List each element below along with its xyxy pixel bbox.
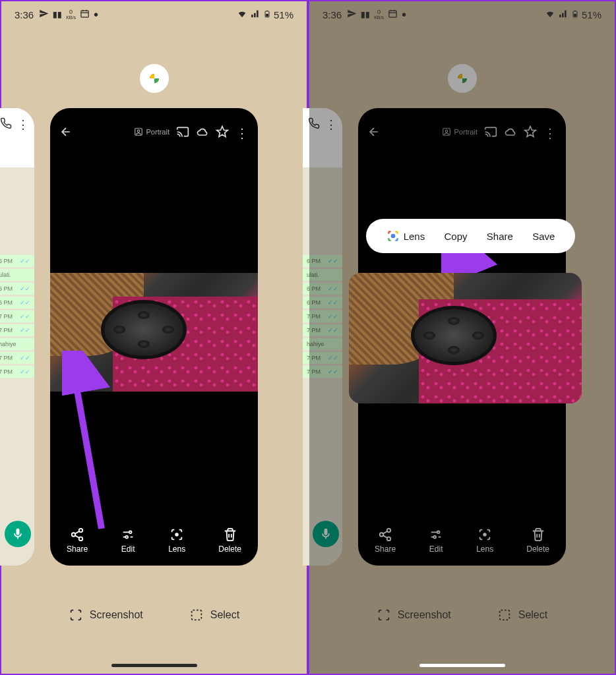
- msg-row: 7 PM✓✓: [0, 352, 34, 364]
- nav-bar[interactable]: [419, 664, 505, 667]
- msg-row: 7 PM✓✓: [0, 366, 34, 378]
- svg-rect-2: [266, 14, 268, 16]
- back-icon[interactable]: [367, 125, 381, 138]
- telegram-icon: [347, 9, 357, 20]
- svg-rect-14: [389, 11, 396, 17]
- pause-icon: ▮▮: [361, 10, 370, 19]
- recents-bottom-bar: Screenshot Select: [309, 608, 615, 622]
- svg-point-24: [390, 234, 395, 239]
- calendar-icon: [388, 9, 398, 20]
- chat-messages-preview: 6 PM✓✓ ulati. 6 PM✓✓ 6 PM✓✓ 7 PM✓✓ 7 PM✓…: [303, 167, 342, 566]
- svg-rect-12: [191, 610, 201, 620]
- google-photos-app-icon[interactable]: [448, 64, 477, 93]
- lens-button[interactable]: Lens: [476, 527, 493, 554]
- screenshot-button[interactable]: Screenshot: [377, 608, 451, 622]
- edit-button[interactable]: Edit: [429, 527, 443, 554]
- telegram-icon: [39, 9, 49, 20]
- svg-point-23: [483, 533, 486, 536]
- star-icon[interactable]: [524, 125, 537, 138]
- svg-rect-17: [574, 11, 576, 11]
- more-icon[interactable]: ⋮: [543, 125, 557, 138]
- msg-row: hahiye: [0, 338, 34, 350]
- svg-point-5: [137, 130, 140, 132]
- photo-viewer-toolbar: Portrait ⋮: [358, 108, 566, 156]
- more-icon: ⋮: [17, 117, 29, 158]
- svg-point-22: [387, 537, 391, 541]
- share-button[interactable]: Share: [375, 527, 396, 554]
- image-picker-button[interactable]: [62, 361, 90, 389]
- google-photos-app-icon[interactable]: [140, 64, 169, 93]
- select-button[interactable]: Select: [497, 608, 547, 622]
- cast-icon[interactable]: [176, 125, 189, 138]
- share-button[interactable]: Share: [67, 527, 88, 554]
- battery-icon: [571, 8, 579, 22]
- msg-row: 6 PM✓✓: [0, 297, 34, 308]
- delete-button[interactable]: Delete: [526, 527, 549, 554]
- wifi-icon: [237, 9, 247, 21]
- portrait-badge: Portrait: [134, 127, 169, 136]
- svg-point-21: [380, 533, 384, 537]
- back-icon[interactable]: [59, 125, 73, 138]
- more-icon[interactable]: ⋮: [235, 125, 249, 138]
- phone-panel-right: 3:36 ▮▮ 0KB/s • 51% ⋮ 6 PM✓✓ ulati. 6: [308, 0, 616, 675]
- cloud-icon[interactable]: [196, 125, 209, 138]
- previous-app-card[interactable]: ⋮ 6 PM✓✓ ulati. 6 PM✓✓ 6 PM✓✓ 7 PM✓✓ 7 P…: [0, 108, 34, 566]
- battery-icon: [263, 8, 271, 22]
- svg-point-19: [445, 130, 448, 132]
- svg-rect-16: [574, 14, 576, 16]
- msg-row: 6 PM✓✓: [0, 255, 34, 267]
- msg-row: 7 PM✓✓: [0, 324, 34, 336]
- delete-button[interactable]: Delete: [218, 527, 241, 554]
- cloud-icon[interactable]: [504, 125, 517, 138]
- msg-row: 6 PM✓✓: [0, 283, 34, 295]
- voice-message-button[interactable]: [313, 521, 339, 547]
- recents-bottom-bar: Screenshot Select: [1, 608, 307, 622]
- signal-icon: [558, 9, 569, 21]
- svg-point-20: [387, 529, 391, 533]
- popup-copy-button[interactable]: Copy: [444, 231, 467, 242]
- popup-lens-button[interactable]: Lens: [386, 229, 425, 243]
- photo-viewer-actions: Share Edit Lens Delete: [50, 527, 258, 554]
- battery-percent: 51%: [274, 9, 293, 20]
- photo-viewer-actions: Share Edit Lens Delete: [358, 527, 566, 554]
- star-icon[interactable]: [216, 125, 229, 138]
- status-time: 3:36: [15, 9, 34, 20]
- phone-icon: [308, 117, 320, 129]
- svg-point-8: [79, 529, 83, 533]
- status-time: 3:36: [323, 9, 342, 20]
- screenshot-button[interactable]: Screenshot: [69, 608, 143, 622]
- previous-app-card[interactable]: ⋮ 6 PM✓✓ ulati. 6 PM✓✓ 6 PM✓✓ 7 PM✓✓ 7 P…: [303, 108, 342, 566]
- msg-row: 7 PM✓✓: [0, 310, 34, 322]
- edit-button[interactable]: Edit: [121, 527, 135, 554]
- status-bar: 3:36 ▮▮ 0KB/s • 51%: [309, 1, 615, 28]
- svg-point-10: [79, 537, 83, 541]
- image-action-popup: Lens Copy Share Save: [366, 219, 575, 253]
- pause-icon: ▮▮: [53, 10, 62, 19]
- svg-point-9: [72, 533, 76, 537]
- network-speed: 0 KB/s: [66, 9, 76, 20]
- svg-point-7: [73, 372, 75, 374]
- select-button[interactable]: Select: [189, 608, 239, 622]
- phone-panel-left: 3:36 ▮▮ 0 KB/s •: [0, 0, 308, 675]
- popup-save-button[interactable]: Save: [532, 231, 555, 242]
- svg-rect-25: [499, 610, 509, 620]
- status-bar: 3:36 ▮▮ 0 KB/s •: [1, 1, 307, 28]
- phone-icon: [0, 117, 12, 129]
- cast-icon[interactable]: [484, 125, 497, 138]
- portrait-badge: Portrait: [442, 127, 477, 136]
- network-speed: 0KB/s: [374, 9, 384, 20]
- signal-icon: [250, 9, 261, 21]
- photo-viewer-toolbar: Portrait ⋮: [50, 108, 258, 156]
- nav-bar[interactable]: [111, 664, 197, 667]
- wifi-icon: [545, 9, 555, 21]
- selected-photo-overlay[interactable]: [349, 273, 582, 403]
- recent-app-card[interactable]: Portrait ⋮ Share: [50, 108, 258, 566]
- voice-message-button[interactable]: [5, 521, 31, 547]
- msg-row: ulati.: [0, 269, 34, 281]
- svg-point-11: [175, 533, 178, 536]
- chat-messages-preview: 6 PM✓✓ ulati. 6 PM✓✓ 6 PM✓✓ 7 PM✓✓ 7 PM✓…: [0, 167, 34, 566]
- lens-button[interactable]: Lens: [168, 527, 185, 554]
- popup-share-button[interactable]: Share: [487, 231, 513, 242]
- svg-rect-0: [81, 11, 88, 17]
- calendar-icon: [80, 9, 90, 20]
